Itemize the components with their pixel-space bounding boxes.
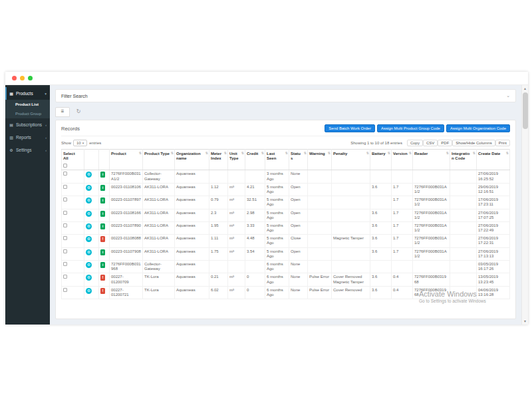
cell-reader: 7276FF000B031A1/2: [413, 235, 450, 247]
column-header-warning[interactable]: Warning⇅: [308, 150, 332, 170]
cell-product-type: TK-Lora: [143, 286, 175, 299]
assign-multi-organization-code-button[interactable]: Assign Multi Organization Code: [446, 124, 510, 132]
table-row: ⚙!00227-01200709TK-LoraAquameas0.21m³06 …: [62, 273, 510, 286]
sidebar-item-subscriptions[interactable]: ▤ Subscriptions ‹: [5, 118, 50, 131]
refresh-view-tab[interactable]: ↻: [71, 107, 86, 117]
row-info-badge[interactable]: i: [100, 172, 105, 178]
cell-organization: Aquameas: [175, 183, 209, 196]
column-header-status[interactable]: Status⇅: [289, 150, 308, 170]
row-settings-icon[interactable]: ⚙: [86, 223, 92, 229]
row-checkbox[interactable]: [63, 262, 67, 266]
window-zoom-button[interactable]: [28, 76, 33, 80]
cell-penalty: Cover Removed Magnetic Tamper: [332, 273, 370, 286]
row-checkbox[interactable]: [63, 223, 67, 227]
cell-integration-code: [450, 183, 477, 196]
row-info-badge[interactable]: !: [100, 236, 105, 242]
row-checkbox[interactable]: [63, 236, 67, 240]
row-info-badge[interactable]: !: [100, 275, 105, 281]
send-batch-work-order-button[interactable]: Send Batch Work Order: [325, 124, 375, 132]
row-settings-icon[interactable]: ⚙: [86, 172, 92, 178]
row-settings-icon[interactable]: ⚙: [86, 211, 92, 217]
row-info-badge[interactable]: i: [100, 198, 105, 203]
cell-last-seen: 5 months Ago: [265, 247, 289, 260]
row-checkbox[interactable]: [63, 211, 67, 215]
cell-status: None: [289, 286, 308, 299]
cell-last-seen: 6 months Ago: [265, 261, 289, 273]
export-copy-button[interactable]: Copy: [407, 140, 423, 146]
row-info-badge[interactable]: i: [100, 249, 105, 255]
column-header-organization-name[interactable]: Organization name⇅: [175, 150, 209, 170]
scroll-up-arrow-icon[interactable]: ▴: [524, 85, 526, 92]
list-view-tab[interactable]: ≡: [55, 107, 70, 117]
cell-integration-code: [450, 247, 477, 260]
sort-icon: ⇅: [473, 151, 475, 155]
cell-product-type: TK-Lora: [143, 273, 175, 286]
window-minimize-button[interactable]: [20, 76, 25, 80]
show-label: Show: [61, 141, 71, 145]
export-pdf-button[interactable]: PDF: [438, 140, 452, 146]
row-settings-icon[interactable]: ⚙: [86, 288, 92, 294]
row-settings-icon[interactable]: ⚙: [86, 275, 92, 281]
sidebar-item-product-list[interactable]: Product List: [5, 100, 50, 109]
row-checkbox[interactable]: [63, 198, 67, 201]
row-checkbox[interactable]: [63, 288, 67, 292]
cell-organization: Aquameas: [175, 286, 209, 299]
page-size-select[interactable]: 10 ▾: [73, 140, 87, 146]
column-header-reader[interactable]: Reader⇅: [413, 150, 450, 170]
filter-search-panel[interactable]: Filter Search ⌄: [55, 89, 516, 102]
row-settings-icon[interactable]: ⚙: [86, 262, 92, 268]
column-header-product[interactable]: Product⇅: [110, 150, 143, 170]
cell-warning: [308, 247, 332, 260]
cell-credit: 4.48: [245, 235, 265, 247]
row-checkbox[interactable]: [63, 249, 67, 253]
sidebar-item-products[interactable]: ▦ Products ▾: [5, 87, 50, 100]
scrollbar-thumb[interactable]: [523, 92, 528, 129]
sort-icon: ⇅: [241, 151, 244, 155]
row-info-badge[interactable]: i: [100, 211, 105, 217]
column-header-integration-code[interactable]: Integration Code⇅: [450, 150, 477, 170]
row-settings-icon[interactable]: ⚙: [86, 185, 92, 191]
column-header-version[interactable]: Version⇅: [392, 150, 413, 170]
row-checkbox[interactable]: [63, 185, 67, 189]
cell-create-date: 03/05/2019 16:17:26: [477, 261, 510, 273]
sidebar-item-reports[interactable]: ▥ Reports ‹: [5, 131, 50, 144]
row-info-badge[interactable]: i: [100, 223, 105, 229]
select-all-checkbox[interactable]: [63, 164, 67, 168]
column-header-product-type[interactable]: Product Type⇅: [143, 150, 175, 170]
cell-meter-index: 1.12: [209, 183, 228, 196]
cell-credit: 4.21: [245, 183, 265, 196]
scroll-down-arrow-icon[interactable]: ▾: [524, 318, 526, 325]
row-checkbox[interactable]: [63, 172, 67, 176]
column-header-credit[interactable]: Credit⇅: [245, 150, 265, 170]
export-area: Showing 1 to 10 of 18 entries CopyCSVPDF…: [350, 140, 510, 146]
row-info-badge[interactable]: i: [100, 185, 105, 191]
column-header-battery[interactable]: Battery⇅: [370, 150, 392, 170]
cell-meter-index: [209, 170, 228, 183]
sort-icon: ⇅: [224, 151, 227, 155]
row-checkbox[interactable]: [63, 275, 67, 279]
sidebar-item-settings[interactable]: ⚙ Settings ‹: [5, 144, 50, 156]
export-csv-button[interactable]: CSV: [423, 140, 438, 146]
cell-unit-type: m³: [228, 247, 245, 260]
cell-create-date: 13/05/2019 13:23:45: [477, 273, 510, 286]
cell-last-seen: 6 months Ago: [265, 286, 289, 299]
sidebar-item-product-group[interactable]: Product Group: [5, 109, 50, 118]
cell-unit-type: [228, 261, 245, 273]
assign-multi-product-group-code-button[interactable]: Assign Multi Product Group Code: [377, 124, 444, 132]
column-header-unit-type[interactable]: Unit Type⇅: [228, 150, 245, 170]
cell-credit: 3.54: [245, 247, 265, 260]
row-settings-icon[interactable]: ⚙: [86, 198, 92, 203]
column-header-meter-index[interactable]: Meter Index⇅: [209, 150, 228, 170]
row-settings-icon[interactable]: ⚙: [86, 249, 92, 255]
export-print-button[interactable]: Print: [495, 140, 510, 146]
row-settings-icon[interactable]: ⚙: [86, 236, 92, 242]
column-header-penalty[interactable]: Penalty⇅: [332, 150, 370, 170]
export-show-hide-columns-button[interactable]: Show/Hide Columns: [452, 140, 495, 146]
products-box-icon: ▦: [9, 91, 14, 96]
vertical-scrollbar[interactable]: ▴ ▾: [521, 85, 528, 325]
column-header-last-seen[interactable]: Last Seen⇅: [265, 150, 289, 170]
row-info-badge[interactable]: !: [100, 288, 105, 294]
row-info-badge[interactable]: i: [100, 262, 105, 268]
column-header-create-date[interactable]: Create Date⇅: [477, 150, 510, 170]
window-close-button[interactable]: [12, 76, 17, 80]
